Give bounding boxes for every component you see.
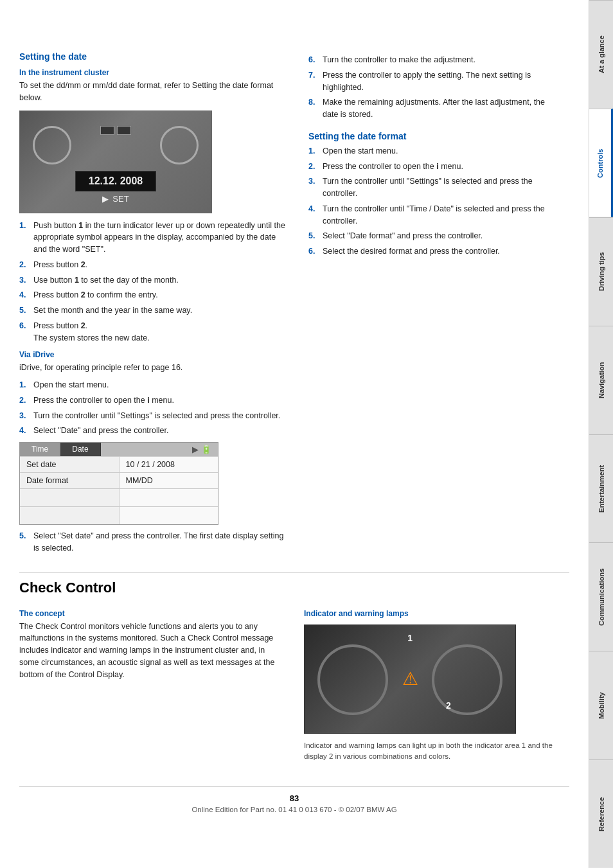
indicator-num-1: 1 xyxy=(407,633,413,643)
table-cell-value-1: 10 / 21 / 2008 xyxy=(120,457,218,472)
page-number: 83 xyxy=(19,793,569,803)
cluster-arrow: ▶ xyxy=(102,194,109,204)
sidebar-tab-driving-tips[interactable]: Driving tips xyxy=(589,217,613,326)
table-row: Date format MM/DD xyxy=(20,472,218,488)
table-row-empty xyxy=(20,488,218,506)
cluster-set-label: SET xyxy=(112,194,129,204)
sidebar: At a glance Controls Driving tips Naviga… xyxy=(589,0,613,868)
list-item: 4. Select "Date" and press the controlle… xyxy=(19,425,289,437)
right-top-steps: 6. Turn the controller to make the adjus… xyxy=(308,54,559,121)
sidebar-tab-at-a-glance[interactable]: At a glance xyxy=(589,0,613,109)
extra-steps-right: 6. Turn the controller to make the adjus… xyxy=(308,54,559,121)
setting-date-format-title: Setting the date format xyxy=(308,131,559,141)
list-item: 6. Press button 2.The system stores the … xyxy=(19,320,289,344)
list-item: 6. Turn the controller to make the adjus… xyxy=(308,54,559,66)
cluster-image: 12.12. 2008 ▶ SET xyxy=(19,111,212,213)
table-cell-value-2: MM/DD xyxy=(120,473,218,488)
list-item: 5. Select "Set date" and press the contr… xyxy=(19,530,289,554)
via-idrive-intro: iDrive, for operating principle refer to… xyxy=(19,362,289,374)
warning-icon: ⚠ xyxy=(402,668,418,689)
indicator-caption: Indicator and warning lamps can light up… xyxy=(304,740,569,763)
via-idrive-subtitle: Via iDrive xyxy=(19,350,289,359)
sidebar-tab-entertainment[interactable]: Entertainment xyxy=(589,434,613,543)
setting-the-date-title: Setting the date xyxy=(19,51,289,62)
gauge-left xyxy=(33,126,71,164)
copyright-text: Online Edition for Part no. 01 41 0 013 … xyxy=(19,806,569,813)
tab-arrow-right: ▶ 🔋 xyxy=(186,443,218,456)
list-item: 3. Turn the controller until "Settings" … xyxy=(19,410,289,422)
list-item: 8. Make the remaining adjustments. After… xyxy=(308,96,559,121)
warning-center: ⚠ xyxy=(402,668,418,689)
sidebar-tab-controls[interactable]: Controls xyxy=(589,109,613,217)
table-tab-header: Time Date ▶ 🔋 xyxy=(20,443,218,456)
instrument-cluster-subtitle: In the instrument cluster xyxy=(19,68,289,77)
list-item: 6. Select the desired format and press t… xyxy=(308,245,559,258)
step5-list: 5. Select "Set date" and press the contr… xyxy=(19,530,289,554)
table-row: Set date 10 / 21 / 2008 xyxy=(20,456,218,472)
list-item: 4. Press button 2 to confirm the entry. xyxy=(19,289,289,301)
page-footer: 83 Online Edition for Part no. 01 41 0 0… xyxy=(19,786,569,813)
warning-lamps-image: ⚠ 1 2 xyxy=(304,624,516,734)
indicator-num-2: 2 xyxy=(446,700,451,711)
sidebar-tab-navigation[interactable]: Navigation xyxy=(589,326,613,434)
list-item: 1. Open the start menu. xyxy=(19,379,289,391)
list-item: 5. Select "Date format" and press the co… xyxy=(308,230,559,242)
list-item: 5. Set the month and the year in the sam… xyxy=(19,305,289,317)
instrument-steps-list: 1. Push button 1 in the turn indicator l… xyxy=(19,220,289,344)
list-item: 1. Open the start menu. xyxy=(308,145,559,157)
sidebar-tab-communications[interactable]: Communications xyxy=(589,542,613,651)
idrive-steps-list: 1. Open the start menu. 2. Press the con… xyxy=(19,379,289,437)
instrument-cluster-intro: To set the dd/mm or mm/dd date format, r… xyxy=(19,80,289,104)
gauge-warning-left xyxy=(317,644,388,715)
list-item: 4. Turn the controller until "Time / Dat… xyxy=(308,203,559,227)
table-cell-label-1: Set date xyxy=(20,457,120,472)
list-item: 2. Press the controller to open the i me… xyxy=(308,161,559,173)
the-concept-subtitle: The concept xyxy=(19,609,285,618)
list-item: 7. Press the controller to apply the set… xyxy=(308,69,559,94)
sidebar-tab-reference[interactable]: Reference xyxy=(589,759,613,868)
tab-time: Time xyxy=(20,443,60,456)
table-row-empty xyxy=(20,506,218,524)
sidebar-tab-mobility[interactable]: Mobility xyxy=(589,651,613,759)
list-item: 2. Press the controller to open the i me… xyxy=(19,394,289,407)
indicator-lamps-subtitle: Indicator and warning lamps xyxy=(304,609,569,618)
tab-date: Date xyxy=(60,443,100,456)
gauge-right xyxy=(160,126,199,164)
idrive-table-container: Time Date ▶ 🔋 Set date 10 / 21 / 2008 Da… xyxy=(19,442,218,525)
small-box-1 xyxy=(100,126,114,135)
table-cell-label-2: Date format xyxy=(20,473,120,488)
check-control-section: Check Control The concept The Check Cont… xyxy=(19,572,569,768)
small-box-2 xyxy=(117,126,131,135)
list-item: 3. Turn the controller until "Settings" … xyxy=(308,175,559,200)
list-item: 1. Push button 1 in the turn indicator l… xyxy=(19,220,289,256)
check-control-title: Check Control xyxy=(19,580,569,596)
cluster-date-display: 12.12. 2008 xyxy=(75,171,157,191)
list-item: 2. Press button 2. xyxy=(19,259,289,271)
list-item: 3. Use button 1 to set the day of the mo… xyxy=(19,274,289,287)
date-format-steps: 1. Open the start menu. 2. Press the con… xyxy=(308,145,559,258)
gauge-warning-right xyxy=(432,644,502,715)
concept-text: The Check Control monitors vehicle funct… xyxy=(19,621,285,681)
